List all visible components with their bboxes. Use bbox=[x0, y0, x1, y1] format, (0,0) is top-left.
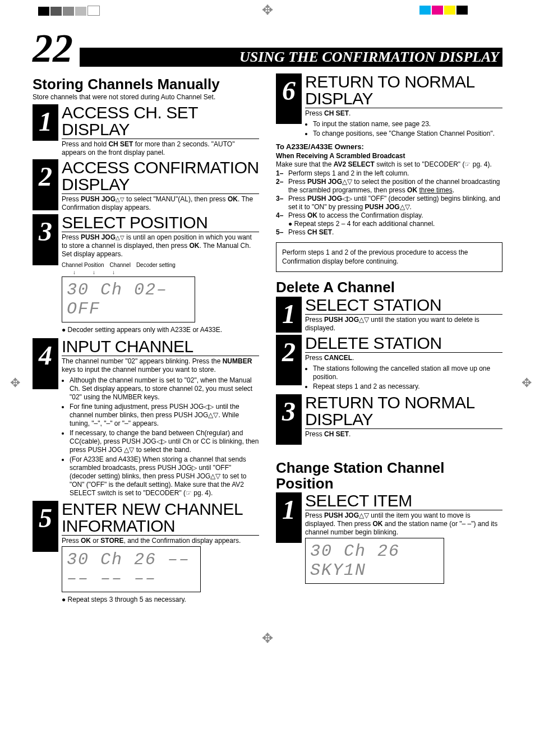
bullet-item: If necessary, to change the band between… bbox=[70, 429, 259, 454]
step-title: ENTER NEW CHANNEL INFORMATION bbox=[62, 501, 259, 536]
header: 22 USING THE CONFIRMATION DISPLAY bbox=[33, 28, 502, 69]
arrows-down: ↓↓↓ bbox=[62, 269, 259, 275]
step-number: 1 bbox=[276, 297, 302, 333]
delete-step-2: 2 DELETE STATION Press CANCEL. The stati… bbox=[276, 335, 502, 392]
step-text: Press and hold CH SET for more than 2 se… bbox=[62, 140, 259, 157]
change-position-heading: Change Station Channel Position bbox=[276, 460, 502, 491]
step-text: Press PUSH JOG is until an open position… bbox=[62, 233, 259, 259]
step-title: RETURN TO NORMAL DISPLAY bbox=[305, 73, 502, 108]
step-text: Press PUSH JOG△▽ until the station you w… bbox=[305, 316, 502, 333]
step-number: 1 bbox=[276, 492, 302, 543]
lcd-display: 30 Ch 26 –– –– –– –– bbox=[62, 546, 201, 592]
delete-step-1: 1 SELECT STATION Press PUSH JOG△▽ until … bbox=[276, 297, 502, 333]
cmyk-swatches-right bbox=[419, 6, 469, 17]
step-6: 6 RETURN TO NORMAL DISPLAY Press CH SET.… bbox=[276, 73, 502, 139]
step-title: INPUT CHANNEL bbox=[62, 338, 259, 356]
step-text: Press CANCEL. bbox=[305, 354, 502, 362]
step-number: 1 bbox=[33, 104, 58, 140]
registration-mark-left: ✥ bbox=[10, 376, 20, 390]
left-column: Storing Channels Manually Store channels… bbox=[33, 73, 259, 608]
step-number: 2 bbox=[276, 335, 302, 385]
printer-marks-top: ✥ bbox=[33, 6, 502, 22]
owners-step-2: 2–Press PUSH JOG△▽ to select the positio… bbox=[276, 178, 502, 195]
step-text: Press CH SET. bbox=[305, 430, 502, 439]
owners-step-3: 3–Press PUSH JOG◁▷ until "OFF" (decoder … bbox=[276, 195, 502, 211]
step-number: 5 bbox=[33, 501, 58, 551]
storing-channels-heading: Storing Channels Manually bbox=[33, 77, 259, 92]
owners-step-1: 1–Perform steps 1 and 2 in the left colu… bbox=[276, 169, 502, 178]
bullet-item: For fine tuning adjustment, press PUSH J… bbox=[70, 403, 259, 428]
step-text: Press CH SET. bbox=[305, 109, 502, 118]
step-text: Press PUSH JOG to select "MANU"(AL), the… bbox=[62, 195, 259, 212]
page: ✥ ✥ ✥ 22 USING THE CONFIRMATION DISPLAY … bbox=[33, 0, 502, 646]
step-number: 4 bbox=[33, 338, 58, 389]
step-text: Press OK or STORE, and the Confirmation … bbox=[62, 537, 259, 545]
bullet-item: (For A233E and A433E) When storing a cha… bbox=[70, 455, 259, 497]
step-bullets: Although the channel number is set to "0… bbox=[62, 376, 259, 497]
content-columns: Storing Channels Manually Store channels… bbox=[33, 73, 502, 608]
cmyk-swatches-left bbox=[38, 6, 101, 18]
registration-mark-top: ✥ bbox=[262, 2, 273, 18]
registration-mark-bottom: ✥ bbox=[33, 630, 502, 646]
owners-step-4: 4–Press OK to access the Confirmation di… bbox=[276, 211, 502, 228]
step-1: 1 ACCESS CH. SET DISPLAY Press and hold … bbox=[33, 104, 259, 157]
owners-step-5: 5–Press CH SET. bbox=[276, 228, 502, 237]
info-box: Perform steps 1 and 2 of the previous pr… bbox=[276, 242, 502, 272]
step-note: ● Decoder setting appears only with A233… bbox=[62, 326, 259, 334]
step-title: DELETE STATION bbox=[305, 335, 502, 353]
step-4: 4 INPUT CHANNEL The channel number "02" … bbox=[33, 338, 259, 499]
owners-heading: To A233E/A433E Owners: bbox=[276, 142, 502, 152]
step-title: ACCESS CONFIRMATION DISPLAY bbox=[62, 159, 259, 194]
delete-channel-heading: Delete A Channel bbox=[276, 280, 502, 295]
owners-subheading: When Receiving A Scrambled Broadcast bbox=[276, 152, 502, 161]
bullet-item: The stations following the cancelled sta… bbox=[313, 365, 502, 381]
step-note: ● Repeat steps 3 through 5 as necessary. bbox=[62, 596, 259, 603]
step-3: 3 SELECT POSITION Press PUSH JOG is unti… bbox=[33, 214, 259, 336]
step-number: 3 bbox=[33, 214, 58, 265]
owners-block: To A233E/A433E Owners: When Receiving A … bbox=[276, 142, 502, 237]
step-text: Press PUSH JOG△▽ until the item you want… bbox=[305, 511, 502, 537]
display-labels: Channel Position Channel Decoder setting bbox=[62, 262, 259, 268]
step-number: 3 bbox=[276, 394, 302, 445]
step-bullets: To input the station name, see page 23. … bbox=[305, 120, 502, 138]
bullet-item: To change positions, see "Change Station… bbox=[313, 130, 502, 138]
bullet-item: To input the station name, see page 23. bbox=[313, 120, 502, 128]
bullet-item: Although the channel number is set to "0… bbox=[70, 376, 259, 402]
storing-channels-intro: Store channels that were not stored duri… bbox=[33, 93, 259, 101]
step-title: ACCESS CH. SET DISPLAY bbox=[62, 104, 259, 139]
step-bullets: The stations following the cancelled sta… bbox=[305, 365, 502, 391]
delete-step-3: 3 RETURN TO NORMAL DISPLAY Press CH SET. bbox=[276, 394, 502, 445]
owners-intro: Make sure that the AV2 SELECT switch is … bbox=[276, 160, 502, 169]
lcd-display: 30 Ch 26 SKY1N bbox=[305, 538, 444, 584]
step-title: SELECT POSITION bbox=[62, 214, 259, 232]
section-title: USING THE CONFIRMATION DISPLAY bbox=[80, 48, 502, 67]
lcd-display: 30 Ch 02– OFF bbox=[62, 276, 195, 322]
change-step-1: 1 SELECT ITEM Press PUSH JOG△▽ until the… bbox=[276, 492, 502, 587]
page-number: 22 bbox=[33, 28, 73, 68]
step-title: RETURN TO NORMAL DISPLAY bbox=[305, 394, 502, 429]
step-title: SELECT ITEM bbox=[305, 492, 502, 510]
step-text: The channel number "02" appears blinking… bbox=[62, 357, 259, 374]
right-column: 6 RETURN TO NORMAL DISPLAY Press CH SET.… bbox=[276, 73, 502, 608]
step-5: 5 ENTER NEW CHANNEL INFORMATION Press OK… bbox=[33, 501, 259, 606]
step-number: 2 bbox=[33, 159, 58, 210]
registration-mark-right: ✥ bbox=[522, 376, 532, 390]
step-number: 6 bbox=[276, 73, 302, 124]
bullet-item: Repeat steps 1 and 2 as necessary. bbox=[313, 382, 502, 391]
step-title: SELECT STATION bbox=[305, 297, 502, 315]
step-2: 2 ACCESS CONFIRMATION DISPLAY Press PUSH… bbox=[33, 159, 259, 212]
